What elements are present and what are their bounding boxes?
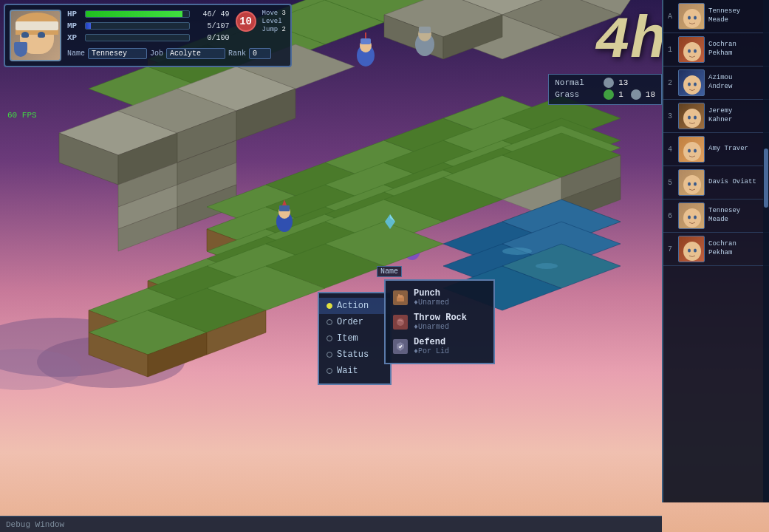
party-member-num: 1	[668, 46, 678, 54]
svg-point-148	[694, 249, 697, 253]
party-member-num: 4	[668, 146, 678, 154]
punch-icon	[393, 290, 408, 305]
game-area	[0, 0, 643, 495]
party-member-name: Jeremy Kahner	[708, 107, 732, 124]
svg-point-134	[683, 109, 701, 128]
party-member-avatar	[678, 69, 705, 96]
svg-point-143	[683, 208, 701, 228]
party-member-num: 6	[668, 212, 678, 220]
player-rank-value: 0	[249, 48, 271, 59]
debug-label: Debug Window	[6, 520, 64, 529]
party-scrollbar[interactable]	[763, 0, 769, 502]
svg-rect-32	[419, 27, 431, 33]
throw-icon	[393, 315, 408, 330]
svg-point-135	[688, 116, 691, 120]
avatar-shield-icon	[14, 42, 27, 57]
party-member-name: Davis Oviatt	[708, 178, 756, 187]
move-label: Move 3	[262, 10, 286, 17]
svg-point-127	[694, 16, 697, 20]
name-label: Name	[67, 50, 85, 58]
skills-menu[interactable]: Punch ♦Unarmed Throw Rock ♦Unarmed Defen…	[384, 279, 495, 364]
party-list: A Tennesey Meade1 Cochran Pekham2 Azimou…	[663, 0, 769, 266]
party-member-1[interactable]: 1 Cochran Pekham	[663, 33, 769, 66]
svg-point-146	[683, 242, 701, 261]
level-label: Level	[262, 18, 286, 25]
menu-action-label: Action	[337, 301, 369, 311]
party-member-5[interactable]: 5 Davis Oviatt	[663, 166, 769, 200]
terrain-boot-icon	[604, 78, 614, 88]
party-member-7[interactable]: 7 Cochran Pekham	[663, 233, 769, 266]
party-member-avatar	[678, 202, 705, 229]
svg-point-128	[683, 42, 701, 61]
player-panel: HP 46/ 49 MP 5/107 XP	[4, 4, 292, 67]
svg-point-139	[694, 149, 697, 153]
punch-sub: ♦Unarmed	[414, 299, 449, 307]
party-member-0[interactable]: A Tennesey Meade	[663, 0, 769, 33]
svg-rect-121	[398, 294, 400, 298]
menu-order-label: Order	[337, 317, 363, 327]
menu-item-wait[interactable]: Wait	[319, 363, 390, 379]
svg-point-145	[694, 216, 697, 219]
svg-point-137	[683, 142, 701, 161]
party-member-3[interactable]: 3 Jeremy Kahner	[663, 100, 769, 133]
wait-bullet	[327, 368, 332, 374]
svg-rect-122	[400, 295, 401, 298]
character-name-tooltip: Name	[377, 266, 402, 277]
player-job-value: Acolyte	[166, 48, 225, 59]
svg-point-147	[688, 249, 691, 253]
skill-throw-rock[interactable]: Throw Rock ♦Unarmed	[386, 310, 493, 334]
party-panel: A Tennesey Meade1 Cochran Pekham2 Azimou…	[662, 0, 769, 502]
scrollbar-thumb[interactable]	[764, 149, 768, 208]
svg-point-132	[688, 83, 691, 86]
skill-punch[interactable]: Punch ♦Unarmed	[386, 285, 493, 310]
menu-item-status[interactable]: Status	[319, 347, 390, 363]
svg-point-126	[688, 16, 691, 20]
party-member-name: Tennesey Meade	[708, 7, 740, 24]
terrain-normal-value: 13	[618, 78, 628, 87]
party-member-num: 3	[668, 112, 678, 120]
menu-item-item[interactable]: Item	[319, 330, 390, 347]
terrain-svg	[0, 0, 643, 495]
svg-point-131	[683, 75, 701, 95]
avatar-eyes	[21, 32, 52, 38]
action-bullet	[327, 303, 332, 309]
throw-name: Throw Rock	[414, 313, 467, 323]
terrain-leaf-icon	[604, 89, 614, 100]
mp-bar	[85, 22, 190, 30]
fps-counter: 60 FPS	[7, 111, 37, 120]
menu-item-order[interactable]: Order	[319, 314, 390, 330]
svg-point-104	[502, 248, 532, 255]
avatar-bandana	[16, 21, 58, 30]
svg-point-140	[683, 175, 701, 194]
party-member-avatar	[678, 136, 705, 163]
terrain-normal-label: Normal	[555, 78, 599, 87]
player-name-value: Tennesey	[88, 48, 147, 59]
party-member-name: Amy Traver	[708, 145, 748, 154]
party-member-name: Cochran Pekham	[708, 41, 736, 58]
terrain-grass-value2: 18	[646, 90, 655, 99]
party-member-4[interactable]: 4 Amy Traver	[663, 133, 769, 166]
terrain-grass-label: Grass	[555, 90, 599, 99]
terrain-boot-icon-2	[631, 89, 641, 100]
action-menu[interactable]: Action Order Item Status Wait	[318, 292, 392, 385]
svg-point-136	[694, 116, 697, 120]
svg-rect-123	[401, 295, 403, 298]
order-bullet	[327, 319, 332, 325]
menu-wait-label: Wait	[337, 366, 358, 376]
job-label: Job	[150, 50, 163, 58]
party-member-6[interactable]: 6 Tennesey Meade	[663, 200, 769, 233]
hp-bar	[85, 10, 190, 18]
game-timer: 4h	[595, 7, 666, 75]
svg-rect-28	[360, 38, 371, 44]
svg-rect-116	[279, 205, 290, 211]
throw-sub: ♦Unarmed	[414, 323, 467, 331]
party-member-avatar	[678, 103, 705, 129]
svg-point-105	[536, 263, 558, 269]
punch-name: Punch	[414, 288, 449, 299]
skill-defend[interactable]: Defend ♦Por Lid	[386, 334, 493, 358]
menu-item-action[interactable]: Action	[319, 298, 390, 314]
party-member-2[interactable]: 2 Azimou Andrew	[663, 66, 769, 100]
rank-label: Rank	[228, 50, 246, 58]
svg-point-144	[688, 216, 691, 219]
defend-sub: ♦Por Lid	[414, 347, 449, 355]
